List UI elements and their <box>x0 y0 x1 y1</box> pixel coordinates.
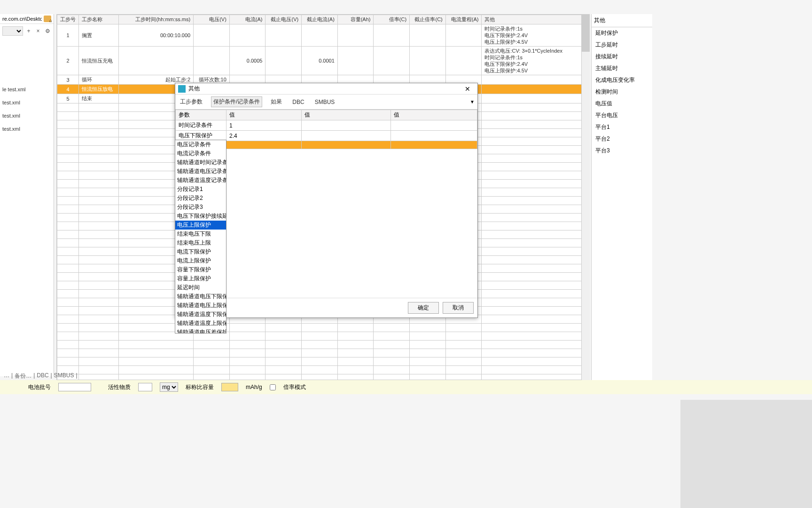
pin-icon[interactable]: ⌂ <box>49 18 52 23</box>
tab-protection[interactable]: 保护条件/记录条件 <box>211 96 262 107</box>
right-panel-item[interactable]: 接续延时 <box>592 51 652 63</box>
right-panel-item[interactable]: 电压值 <box>592 98 652 110</box>
right-panel-item[interactable]: 平台3 <box>592 145 652 157</box>
cell-step[interactable]: 2 <box>57 47 79 75</box>
cell-step[interactable]: 3 <box>57 75 79 85</box>
main-vscrollbar[interactable] <box>581 14 590 380</box>
dropdown-item[interactable]: 电压上限保护 <box>175 221 226 230</box>
th-cap[interactable]: 容量(Ah) <box>337 15 374 24</box>
dropdown-item[interactable]: 辅助通道时间记录条件 <box>175 158 226 167</box>
table-row[interactable] <box>57 324 582 332</box>
cell-other[interactable] <box>482 75 582 85</box>
dropdown-item[interactable]: 电压记录条件 <box>175 140 226 149</box>
cell-name[interactable]: 恒流恒压放电 <box>78 85 118 94</box>
cell-other[interactable] <box>482 85 582 94</box>
param-name[interactable]: 时间记录条件 <box>176 120 226 131</box>
th-step[interactable]: 工步号 <box>57 15 79 24</box>
th-cuta[interactable]: 截止电流(A) <box>302 15 338 24</box>
param-val[interactable]: 1 <box>226 120 302 131</box>
table-row[interactable] <box>57 374 582 381</box>
dropdown-item[interactable]: 分段记录1 <box>175 185 226 194</box>
cell-name[interactable]: 结束 <box>78 94 118 103</box>
th-voltage[interactable]: 电压(V) <box>194 15 230 24</box>
cell-name[interactable]: 恒流恒压充电 <box>78 47 118 75</box>
right-panel-item[interactable]: 工步延时 <box>592 39 652 51</box>
ok-button[interactable]: 确定 <box>408 302 439 314</box>
param-row[interactable]: 时间记录条件 1 <box>176 120 477 131</box>
dropdown-item[interactable]: 电流下限保护 <box>175 247 226 256</box>
th-other[interactable]: 其他 <box>482 15 582 24</box>
tab-more-icon[interactable]: ▼ <box>470 99 475 104</box>
right-panel-item[interactable]: 化成电压变化率 <box>592 74 652 86</box>
th-cutrate[interactable]: 截止倍率(C) <box>410 15 446 24</box>
cell-step[interactable]: 5 <box>57 94 79 103</box>
right-panel-item[interactable]: 延时保护 <box>592 27 652 39</box>
dropdown-item[interactable]: 容量上限保护 <box>175 274 226 283</box>
right-panel-item[interactable]: 平台1 <box>592 121 652 133</box>
dropdown-item[interactable]: 延迟时间 <box>175 283 226 292</box>
cell-other[interactable]: 表达式电压:CV: 3+0.1*CycleIndex 时间记录条件:1s 电压下… <box>482 47 582 75</box>
dropdown-item[interactable]: 辅助通道温度上限保护 <box>175 319 226 328</box>
dropdown-item[interactable]: 电流上限保护 <box>175 256 226 265</box>
right-panel-item[interactable]: 平台2 <box>592 133 652 145</box>
cell-voltage[interactable] <box>194 24 230 47</box>
cell-other[interactable]: 时间记录条件:1s 电压下限保护:2.4V 电压上限保护:4.5V <box>482 24 582 47</box>
sidebar-select[interactable] <box>2 26 23 36</box>
close-icon[interactable]: ✕ <box>461 85 475 93</box>
cell-cuta[interactable] <box>302 24 338 47</box>
file-item[interactable]: test.xml <box>0 96 54 109</box>
dropdown-item[interactable]: 辅助通道温度记录条件 <box>175 176 226 185</box>
cell-other[interactable] <box>482 94 582 103</box>
cell-current[interactable] <box>229 24 265 47</box>
dropdown-item[interactable]: 分段记录2 <box>175 194 226 203</box>
active-input[interactable] <box>138 383 152 391</box>
dropdown-item[interactable]: 辅助通道电压下限保护 <box>175 292 226 301</box>
battery-input[interactable] <box>58 383 91 391</box>
table-row[interactable]: 1搁置00:00:10.000时间记录条件:1s 电压下限保护:2.4V 电压上… <box>57 24 582 47</box>
right-panel-item[interactable]: 主辅延时 <box>592 63 652 74</box>
dropdown-item[interactable]: 辅助通道电压差保护 <box>175 328 226 333</box>
tab-dbc[interactable]: DBC <box>290 98 306 106</box>
th-rate[interactable]: 倍率(C) <box>374 15 410 24</box>
dropdown-item[interactable]: 分段记录3 <box>175 203 226 212</box>
cell-step[interactable]: 1 <box>57 24 79 47</box>
add-button[interactable]: + <box>25 27 32 35</box>
table-row[interactable] <box>57 349 582 357</box>
settings-icon[interactable]: ⚙ <box>44 27 51 35</box>
param-val[interactable]: 2.4 <box>226 131 302 141</box>
dropdown-item[interactable]: 辅助通道电压记录条件 <box>175 167 226 176</box>
cell-time[interactable] <box>119 47 194 75</box>
right-panel-item[interactable]: 检测时间 <box>592 86 652 98</box>
file-item[interactable]: le test.xml <box>0 83 54 96</box>
th-current[interactable]: 电流(A) <box>229 15 265 24</box>
th-range[interactable]: 电流量程(A) <box>445 15 482 24</box>
remove-button[interactable]: × <box>34 27 42 35</box>
param-dropdown-list[interactable]: 电压记录条件电流记录条件辅助通道时间记录条件辅助通道电压记录条件辅助通道温度记录… <box>175 140 226 333</box>
tab-stepparams[interactable]: 工步参数 <box>178 97 204 107</box>
right-panel-item[interactable]: 平台电压 <box>592 110 652 121</box>
dropdown-item[interactable]: 辅助通道温度下限保护 <box>175 310 226 319</box>
th-name[interactable]: 工步名称 <box>78 15 118 24</box>
table-row[interactable] <box>57 332 582 341</box>
table-row[interactable]: 2恒流恒压充电0.00050.0001表达式电压:CV: 3+0.1*Cycle… <box>57 47 582 75</box>
table-row[interactable] <box>57 357 582 366</box>
file-item[interactable]: test.xml <box>0 122 54 135</box>
table-row[interactable] <box>57 366 582 374</box>
cell-step[interactable]: 4 <box>57 85 79 94</box>
tab-smbus[interactable]: SMBUS <box>313 98 337 106</box>
dropdown-item[interactable]: 辅助通道电压上限保护 <box>175 301 226 310</box>
dropdown-item[interactable]: 结束电压下限 <box>175 230 226 238</box>
rate-checkbox[interactable] <box>270 384 276 390</box>
cell-name[interactable]: 搁置 <box>78 24 118 47</box>
cell-cuta[interactable]: 0.0001 <box>302 47 338 75</box>
cancel-button[interactable]: 取消 <box>443 302 474 314</box>
dropdown-item[interactable]: 结束电压上限 <box>175 238 226 247</box>
capacity-input[interactable] <box>221 383 238 391</box>
tab-if[interactable]: 如果 <box>269 97 284 107</box>
table-row[interactable] <box>57 341 582 349</box>
cell-current[interactable]: 0.0005 <box>229 47 265 75</box>
unit-select[interactable]: mg <box>160 382 178 392</box>
cell-name[interactable]: 循环 <box>78 75 118 85</box>
cell-time[interactable]: 00:00:10.000 <box>119 24 194 47</box>
th-cutv[interactable]: 截止电压(V) <box>265 15 302 24</box>
